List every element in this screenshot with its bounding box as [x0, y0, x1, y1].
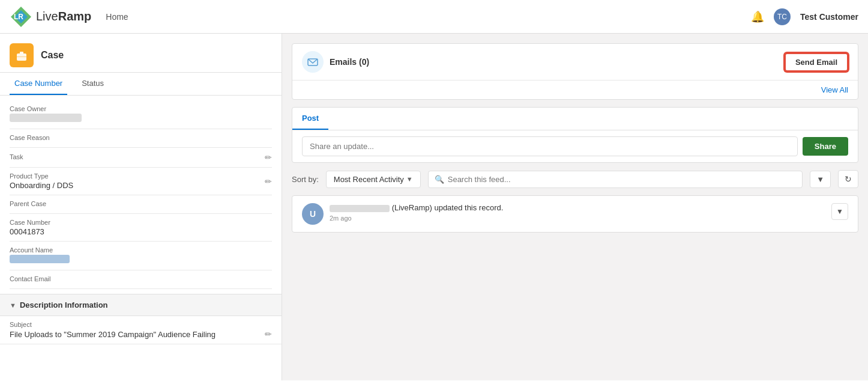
case-number-label: Case Number	[10, 219, 272, 226]
feed-content: (LiveRamp) updated this record. 2m ago	[330, 203, 825, 222]
search-feed-wrap: 🔍	[428, 171, 803, 188]
tab-status[interactable]: Status	[77, 73, 109, 95]
product-type-edit-icon[interactable]: ✏	[265, 177, 272, 186]
feed-action-button[interactable]: ▼	[831, 203, 848, 220]
emails-card-title: Emails (0)	[330, 57, 369, 67]
field-case-number: Case Number 00041873	[10, 214, 272, 242]
subject-label: Subject	[10, 321, 272, 328]
svg-rect-4	[20, 52, 23, 54]
field-product-type: Product Type Onboarding / DDS ✏	[10, 168, 272, 195]
task-label: Task	[10, 153, 23, 160]
logo-icon: LR	[10, 5, 32, 28]
notifications-bell-icon[interactable]: 🔔	[751, 10, 764, 23]
feed-text: (LiveRamp) updated this record.	[330, 203, 825, 212]
refresh-button[interactable]: ↻	[838, 170, 858, 188]
field-case-reason: Case Reason	[10, 129, 272, 148]
fields-section: Case Owner Case Reason Task ✏ Product Ty…	[0, 96, 282, 294]
left-panel: Case Case Number Status Case Owner Case …	[0, 34, 282, 380]
refresh-icon: ↻	[845, 174, 852, 184]
filter-icon: ▼	[816, 175, 824, 184]
logo-text-live: LiveRamp	[36, 10, 91, 23]
svg-rect-5	[17, 56, 26, 57]
field-task: Task ✏	[10, 148, 272, 168]
filter-button[interactable]: ▼	[810, 171, 831, 188]
feed-time: 2m ago	[330, 215, 825, 222]
description-section-header[interactable]: ▼ Description Information	[0, 294, 282, 316]
post-input-row: Share	[292, 130, 858, 162]
field-parent-case: Parent Case	[10, 195, 272, 214]
sort-option-label: Most Recent Activity	[334, 175, 404, 184]
post-tabs: Post	[292, 108, 858, 130]
case-reason-label: Case Reason	[10, 134, 272, 141]
feed-item: U (LiveRamp) updated this record. 2m ago…	[292, 195, 858, 233]
header-left: LR LiveRamp Home	[10, 5, 128, 28]
task-edit-icon[interactable]: ✏	[265, 153, 272, 162]
feed-activity-text: (LiveRamp) updated this record.	[392, 203, 504, 212]
user-name[interactable]: Test Customer	[800, 12, 858, 22]
contact-email-label: Contact Email	[10, 275, 272, 282]
field-case-owner: Case Owner	[10, 100, 272, 129]
subject-value: File Uploads to "Summer 2019 Campaign" A…	[10, 330, 215, 339]
description-section-title: Description Information	[20, 300, 108, 309]
envelope-icon	[307, 56, 318, 67]
account-name-value[interactable]	[10, 255, 70, 263]
subject-value-row: File Uploads to "Summer 2019 Campaign" A…	[10, 329, 272, 339]
emails-card-header-left: Emails (0)	[302, 51, 369, 73]
logo[interactable]: LR LiveRamp	[10, 5, 91, 28]
subject-row: Subject File Uploads to "Summer 2019 Cam…	[0, 316, 282, 344]
post-card: Post Share	[292, 107, 858, 163]
search-icon: 🔍	[435, 175, 444, 184]
view-all-link[interactable]: View All	[821, 85, 848, 94]
briefcase-icon	[15, 49, 28, 62]
send-email-button[interactable]: Send Email	[785, 53, 848, 72]
product-type-label: Product Type	[10, 172, 73, 180]
user-avatar: TC	[774, 8, 791, 25]
subject-edit-icon[interactable]: ✏	[265, 329, 272, 339]
feed-user-name	[330, 205, 390, 212]
case-owner-label: Case Owner	[10, 105, 272, 112]
field-contact-email: Contact Email	[10, 270, 272, 289]
email-icon	[302, 51, 324, 73]
tab-post[interactable]: Post	[292, 108, 328, 130]
tab-case-number[interactable]: Case Number	[10, 73, 67, 95]
parent-case-label: Parent Case	[10, 200, 272, 207]
chevron-down-icon: ▼	[10, 302, 16, 309]
case-icon	[10, 43, 34, 67]
chevron-down-icon: ▼	[406, 175, 413, 183]
emails-card: Emails (0) Send Email View All	[292, 43, 858, 100]
record-title: Case	[41, 50, 64, 61]
chevron-down-icon: ▼	[836, 207, 843, 216]
feed-actions: ▼	[831, 203, 848, 220]
nav-home[interactable]: Home	[106, 12, 128, 22]
sort-bar: Sort by: Most Recent Activity ▼ 🔍 ▼ ↻	[292, 170, 858, 188]
app-header: LR LiveRamp Home 🔔 TC Test Customer	[0, 0, 868, 34]
field-tabs: Case Number Status	[0, 73, 282, 96]
right-panel: Emails (0) Send Email View All Post Shar…	[282, 34, 868, 380]
share-update-input[interactable]	[302, 136, 798, 156]
feed-avatar: U	[302, 203, 324, 225]
view-all-row: View All	[292, 81, 858, 99]
emails-card-header: Emails (0) Send Email	[292, 44, 858, 81]
case-owner-value	[10, 114, 82, 122]
field-account-name: Account Name	[10, 242, 272, 270]
header-right: 🔔 TC Test Customer	[751, 8, 858, 25]
main-layout: Case Case Number Status Case Owner Case …	[0, 34, 868, 380]
sort-select[interactable]: Most Recent Activity ▼	[326, 171, 421, 188]
search-feed-input[interactable]	[448, 175, 796, 184]
share-button[interactable]: Share	[803, 137, 848, 156]
case-number-value: 00041873	[10, 227, 272, 236]
account-name-label: Account Name	[10, 246, 272, 254]
svg-text:LR: LR	[14, 13, 23, 21]
product-type-value: Onboarding / DDS	[10, 181, 73, 190]
sort-by-label: Sort by:	[292, 175, 319, 184]
record-header: Case	[0, 34, 282, 73]
